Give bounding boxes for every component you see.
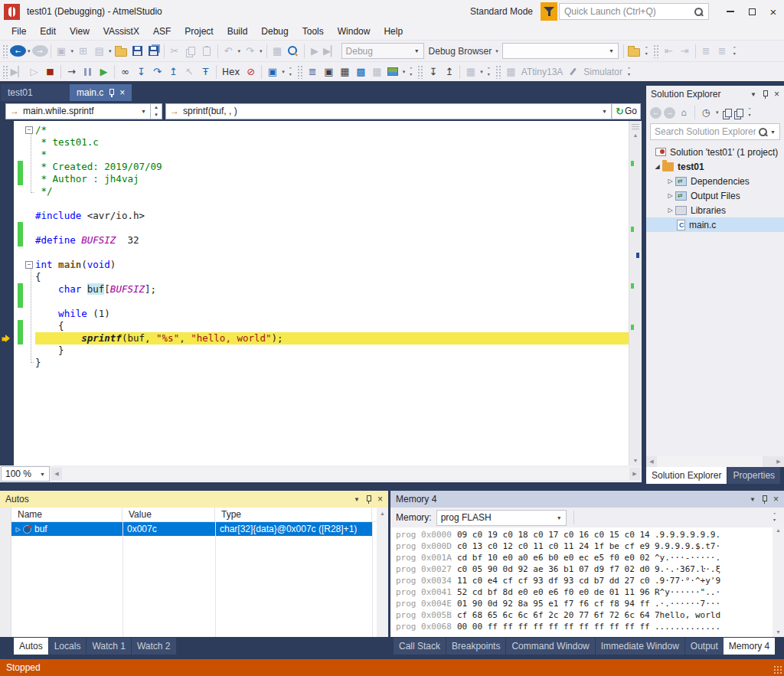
toolbar-overflow[interactable]: ”▾ (625, 67, 633, 77)
resize-grip[interactable] (773, 665, 782, 674)
menu-view[interactable]: View (63, 23, 96, 40)
quickwatch-icon[interactable]: ∞ (117, 64, 133, 80)
menu-project[interactable]: Project (178, 23, 220, 40)
menu-help[interactable]: Help (377, 23, 410, 40)
tool-tab-command-window[interactable]: Command Window (506, 638, 594, 655)
processor-status-icon[interactable]: ▣ (264, 64, 280, 80)
tree-item-dependencies[interactable]: ▷Dependencies (646, 174, 784, 188)
scroll-left-icon[interactable]: ◀ (51, 468, 62, 480)
tool-tab-watch-1[interactable]: Watch 1 (87, 638, 131, 655)
pin-icon[interactable] (108, 88, 115, 97)
menu-asf[interactable]: ASF (146, 23, 178, 40)
show-next-statement-icon[interactable]: → (64, 64, 80, 80)
start-without-debugging-icon[interactable]: ▶▏ (323, 43, 339, 60)
dropdown-caret[interactable]: ▾ (107, 48, 113, 54)
step-out-icon[interactable]: ↥ (165, 64, 181, 80)
window-position-icon[interactable]: ▼ (750, 91, 756, 98)
add-new-item-icon[interactable]: ⊞ (75, 43, 91, 60)
write-device-icon[interactable]: ↧ (425, 64, 441, 80)
step-into-instruction-icon[interactable]: ▶▏ (10, 64, 26, 80)
pending-changes-filter-icon[interactable]: ◷ (700, 107, 712, 118)
window-position-icon[interactable]: ▼ (750, 496, 756, 503)
go-button[interactable]: ↻ Go (612, 103, 641, 119)
dropdown-caret[interactable]: ▾ (401, 69, 407, 75)
tool-tab-immediate-window[interactable]: Immediate Window (596, 638, 684, 655)
memory-icon[interactable]: ▦ (369, 64, 385, 80)
save-all-icon[interactable] (145, 43, 162, 60)
tree-item-test01[interactable]: ◢test01 (646, 159, 784, 174)
tool-tab-call-stack[interactable]: Call Stack (394, 638, 446, 655)
pin-icon[interactable] (761, 495, 768, 504)
tree-expander[interactable]: ▷ (665, 178, 675, 185)
dropdown-caret[interactable]: ▾ (714, 109, 720, 116)
copy-icon[interactable] (183, 43, 199, 60)
column-header-type[interactable]: Type (215, 508, 372, 521)
io-view-icon[interactable]: ▣ (321, 64, 337, 80)
close-button[interactable]: × (763, 0, 784, 23)
new-file-icon[interactable]: ▤ (91, 43, 107, 60)
chip-icon[interactable]: ▩ (353, 64, 369, 80)
menu-file[interactable]: File (5, 23, 33, 40)
memory-scrollbar[interactable]: ▲ ▼ (773, 524, 784, 637)
pin-icon[interactable] (365, 495, 372, 504)
column-header-value[interactable]: Value (122, 508, 215, 521)
toolbar-overflow[interactable]: ”▾ (286, 67, 295, 77)
break-all-icon[interactable] (80, 64, 96, 80)
toolbar-grip[interactable] (653, 44, 658, 58)
paste-icon[interactable] (199, 43, 215, 60)
close-icon[interactable]: × (377, 494, 383, 505)
debug-tool-label[interactable]: Simulator (581, 67, 625, 77)
quick-launch-input[interactable]: Quick Launch (Ctrl+Q) (559, 3, 709, 20)
toolbar-overflow[interactable]: ”▾ (770, 513, 779, 522)
toolbar-overflow[interactable]: ”▾ (746, 108, 754, 117)
tree-item-main-c[interactable]: main.c (646, 217, 784, 232)
comment-icon[interactable]: ≣ (698, 43, 714, 60)
decrease-indent-icon[interactable]: ⇤ (661, 43, 677, 60)
dropdown-caret[interactable]: ▾ (70, 48, 76, 54)
device-label[interactable]: ATtiny13A (519, 67, 565, 77)
debug-browser-label[interactable]: Debug Browser (426, 46, 495, 57)
tree-item-output-files[interactable]: ▷Output Files (646, 188, 784, 203)
toolbar-overflow[interactable]: ”▾ (407, 67, 415, 77)
scroll-up-icon[interactable]: ▲ (773, 524, 784, 535)
collapse-all-icon[interactable] (737, 109, 743, 117)
document-tab-test01[interactable]: test01 (1, 84, 70, 101)
fold-toggle[interactable]: − (25, 126, 33, 134)
toolbar-grip[interactable] (495, 65, 501, 79)
scope-combo[interactable]: → main.while.sprintf ▼ (5, 103, 151, 119)
step-into-icon[interactable]: ↧ (133, 64, 149, 80)
uncomment-icon[interactable]: ≣ (714, 43, 730, 60)
save-icon[interactable] (129, 43, 145, 60)
screenshot-icon[interactable] (385, 64, 401, 80)
editor-zoom-combo[interactable]: 100 % ▼ (1, 466, 50, 482)
run-to-cursor-icon[interactable]: Ŧ (198, 64, 214, 80)
autos-row[interactable]: ▷buf0x007cchar[32]{data}@0x007c ([R28]+1… (11, 522, 377, 536)
device-chip-icon[interactable]: ▦ (503, 64, 519, 80)
find-in-files-icon[interactable] (626, 43, 642, 60)
close-icon[interactable]: × (773, 494, 779, 505)
menu-edit[interactable]: Edit (33, 23, 63, 40)
column-header-name[interactable]: Name (11, 508, 122, 521)
splitter-grip[interactable] (632, 122, 639, 129)
tree-item-libraries[interactable]: ▷Libraries (646, 203, 784, 217)
scroll-left-icon[interactable]: ◀ (646, 456, 657, 467)
tool-tab-locals[interactable]: Locals (49, 638, 87, 655)
scroll-down-icon[interactable]: ▼ (773, 626, 784, 637)
increase-indent-icon[interactable]: ⇥ (677, 43, 693, 60)
stop-debugging-icon[interactable]: ■ (42, 64, 58, 80)
open-file-icon[interactable] (113, 43, 129, 60)
solution-explorer-horizontal-scrollbar[interactable]: ◀ ▶ (646, 456, 784, 467)
tool-tab-watch-2[interactable]: Watch 2 (132, 638, 176, 655)
member-combo[interactable]: → sprintf(buf, , ) ▼ (165, 103, 612, 119)
dropdown-caret[interactable]: ▾ (479, 69, 485, 75)
fuses-icon[interactable]: ▦ (462, 64, 479, 80)
navigate-forward-icon[interactable]: → (32, 45, 48, 57)
toolbar-grip[interactable] (2, 65, 8, 79)
toolbar-grip[interactable] (297, 65, 302, 79)
hex-display-toggle[interactable]: Hex (219, 64, 243, 80)
new-project-icon[interactable]: ▣ (54, 43, 70, 60)
set-next-statement-icon[interactable]: ↖ (181, 64, 198, 80)
code-editor[interactable]: −/* * test01.c * * Created: 2019/07/09 *… (0, 121, 642, 465)
close-icon[interactable]: × (774, 89, 779, 100)
menu-tools[interactable]: Tools (296, 23, 331, 40)
